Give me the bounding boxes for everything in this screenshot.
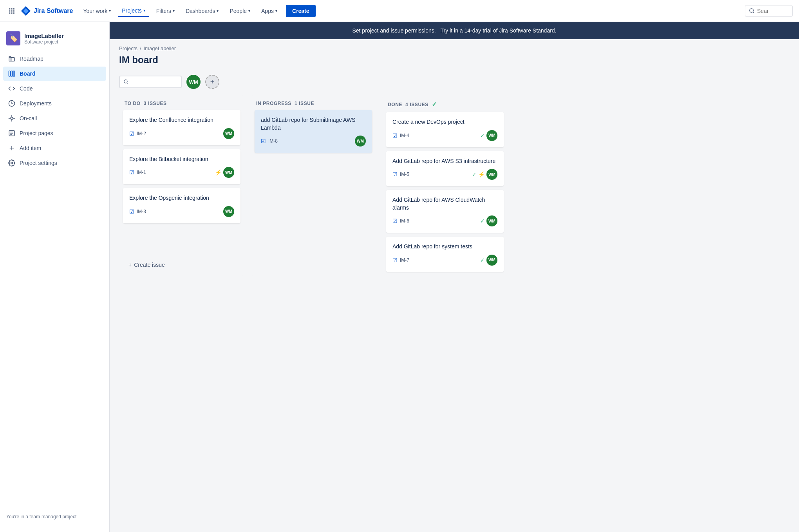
card-meta: ☑ IM-6 <box>392 218 409 224</box>
card-title: Add GitLab repo for AWS S3 infrastructur… <box>392 157 497 165</box>
card-footer: ☑ IM-5 ✓ ⚡ WM <box>392 169 497 180</box>
card-meta: ☑ IM-2 <box>129 130 146 137</box>
breadcrumb-projects[interactable]: Projects <box>119 45 137 51</box>
logo-text: Jira Software <box>34 7 73 14</box>
done-tick-icon: ✓ <box>472 171 477 177</box>
board-search-input[interactable] <box>131 79 177 85</box>
column-header-inprogress: IN PROGRESS 1 ISSUE <box>251 95 376 110</box>
logo[interactable]: Jira Software <box>20 5 73 16</box>
sidebar-item-label: On-call <box>20 115 37 121</box>
card-title: Explore the Bitbucket integration <box>129 156 234 163</box>
card-im6[interactable]: Add GitLab repo for AWS CloudWatch alarm… <box>386 190 504 233</box>
sidebar-footer: You're in a team-managed project <box>0 508 109 526</box>
sidebar-item-roadmap[interactable]: Roadmap <box>3 52 106 66</box>
column-count-done: 4 ISSUES <box>405 102 428 107</box>
code-icon <box>8 85 16 92</box>
card-footer: ☑ IM-3 WM <box>129 206 234 217</box>
banner-link[interactable]: Try it in a 14-day trial of Jira Softwar… <box>441 27 557 34</box>
nav-people[interactable]: People ▾ <box>226 5 254 16</box>
sidebar-item-code[interactable]: Code <box>3 81 106 96</box>
svg-rect-7 <box>11 12 13 13</box>
sidebar: 🏷️ ImageLabeller Software project Roadma… <box>0 22 110 532</box>
deployments-icon <box>8 100 16 107</box>
card-checkbox-icon: ☑ <box>392 171 398 177</box>
svg-rect-16 <box>9 71 11 76</box>
sidebar-item-add-item[interactable]: Add item <box>3 141 106 155</box>
card-avatar: WM <box>486 169 497 180</box>
card-im5[interactable]: Add GitLab repo for AWS S3 infrastructur… <box>386 151 504 186</box>
sidebar-item-oncall[interactable]: On-call <box>3 111 106 125</box>
board-search[interactable] <box>119 76 182 88</box>
card-id: IM-3 <box>137 209 146 214</box>
card-actions: ✓ WM <box>480 215 497 226</box>
done-checkmark-icon: ✓ <box>432 101 437 108</box>
sidebar-item-board[interactable]: Board <box>3 67 106 81</box>
nav-dashboards[interactable]: Dashboards ▾ <box>182 5 223 16</box>
card-actions: ✓ WM <box>480 255 497 266</box>
svg-rect-2 <box>13 8 14 9</box>
column-done: DONE 4 ISSUES ✓ Create a new DevOps proj… <box>382 95 508 276</box>
card-meta: ☑ IM-1 <box>129 169 146 176</box>
main-content: Set project and issue permissions. Try i… <box>110 22 799 532</box>
card-im1[interactable]: Explore the Bitbucket integration ☑ IM-1… <box>123 149 240 185</box>
card-im8[interactable]: add GitLab repo for SubmitImage AWS Lamb… <box>255 110 372 153</box>
board-toolbar: WM + <box>110 72 799 95</box>
nav-your-work[interactable]: Your work ▾ <box>79 5 115 16</box>
breadcrumb-project-name[interactable]: ImageLabeller <box>144 45 176 51</box>
svg-rect-0 <box>9 8 10 9</box>
svg-rect-17 <box>11 71 13 76</box>
card-im2[interactable]: Explore the Confluence integration ☑ IM-… <box>123 110 240 145</box>
card-id: IM-5 <box>400 172 409 177</box>
column-cards-inprogress: add GitLab repo for SubmitImage AWS Lamb… <box>251 110 376 276</box>
create-issue-button[interactable]: + Create issue <box>123 258 240 272</box>
project-type: Software project <box>24 39 64 45</box>
card-avatar: WM <box>486 215 497 226</box>
card-checkbox-icon: ☑ <box>261 138 266 144</box>
sidebar-item-project-pages[interactable]: Project pages <box>3 126 106 140</box>
card-im4[interactable]: Create a new DevOps project ☑ IM-4 ✓ WM <box>386 112 504 147</box>
sidebar-item-label: Add item <box>20 145 41 151</box>
sidebar-item-project-settings[interactable]: Project settings <box>3 156 106 170</box>
svg-line-12 <box>753 12 754 13</box>
sidebar-item-deployments[interactable]: Deployments <box>3 96 106 110</box>
sidebar-item-label: Roadmap <box>20 56 43 62</box>
sidebar-item-label: Project settings <box>20 160 57 166</box>
user-avatar-wm[interactable]: WM <box>186 75 201 89</box>
sidebar-item-label: Board <box>20 71 35 77</box>
app-grid-button[interactable] <box>6 5 17 16</box>
card-im3[interactable]: Explore the Opsgenie integration ☑ IM-3 … <box>123 188 240 223</box>
sidebar-item-label: Deployments <box>20 100 52 107</box>
column-header-done: DONE 4 ISSUES ✓ <box>382 95 508 112</box>
card-im7[interactable]: Add GitLab repo for system tests ☑ IM-7 … <box>386 237 504 272</box>
column-todo: TO DO 3 ISSUES Explore the Confluence in… <box>119 95 244 276</box>
banner-text: Set project and issue permissions. <box>352 27 436 34</box>
card-checkbox-icon: ☑ <box>392 257 398 263</box>
svg-rect-1 <box>11 8 13 9</box>
topnav: Jira Software Your work ▾ Projects ▾ Fil… <box>0 0 799 22</box>
nav-filters[interactable]: Filters ▾ <box>152 5 179 16</box>
search-input[interactable] <box>757 8 788 14</box>
nav-projects[interactable]: Projects ▾ <box>118 5 149 17</box>
global-search[interactable] <box>745 5 793 17</box>
card-title: Create a new DevOps project <box>392 118 497 126</box>
create-issue-plus-icon: + <box>128 262 132 268</box>
svg-rect-4 <box>11 10 13 11</box>
done-tick-icon: ✓ <box>480 218 485 224</box>
card-actions: WM <box>355 136 366 147</box>
column-cards-todo: Explore the Confluence integration ☑ IM-… <box>119 110 244 258</box>
card-actions: WM <box>223 128 234 139</box>
sidebar-item-label: Code <box>20 85 33 92</box>
card-id: IM-8 <box>268 138 278 144</box>
add-assignee-button[interactable]: + <box>205 75 219 89</box>
breadcrumb: Projects / ImageLabeller <box>110 39 799 53</box>
column-cards-done: Create a new DevOps project ☑ IM-4 ✓ WM <box>382 112 508 276</box>
card-avatar: WM <box>223 128 234 139</box>
card-avatar: WM <box>223 206 234 217</box>
create-button[interactable]: Create <box>286 5 316 17</box>
story-point-icon: ⚡ <box>478 171 485 177</box>
done-tick-icon: ✓ <box>480 257 485 263</box>
nav-apps[interactable]: Apps ▾ <box>257 5 281 16</box>
column-title-todo: TO DO <box>125 101 141 106</box>
card-meta: ☑ IM-5 <box>392 171 409 177</box>
card-checkbox-icon: ☑ <box>392 218 398 224</box>
